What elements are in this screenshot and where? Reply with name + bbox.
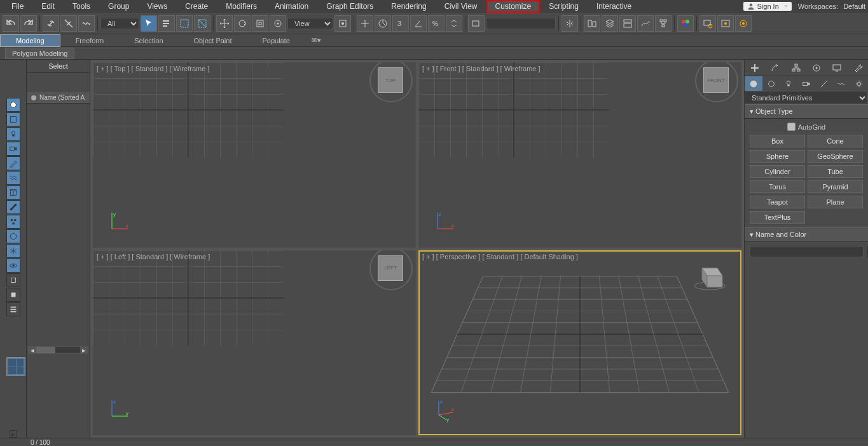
scene-name-column-header[interactable]: Name (Sorted A bbox=[27, 92, 90, 104]
menu-edit[interactable]: Edit bbox=[32, 0, 64, 13]
subtab-geometry[interactable] bbox=[745, 76, 762, 91]
menu-customize[interactable]: Customize bbox=[486, 0, 541, 13]
align-button[interactable] bbox=[584, 15, 600, 32]
rendered-frame-button[interactable] bbox=[717, 15, 734, 32]
ribbon-presets-icon[interactable]: ✉▾ bbox=[305, 34, 327, 46]
rollout-name-color[interactable]: ▾ Name and Color bbox=[745, 227, 868, 242]
ribbon-chip-polygon-modeling[interactable]: Polygon Modeling bbox=[5, 48, 74, 59]
btn-sphere[interactable]: Sphere bbox=[750, 150, 805, 163]
viewport-front[interactable]: [ + ] [ Front ] [ Standard ] [ Wireframe… bbox=[418, 62, 741, 248]
ribbon-tab-selection[interactable]: Selection bbox=[119, 35, 178, 46]
display-shapes-icon[interactable] bbox=[6, 112, 20, 126]
bind-spacewarp-button[interactable] bbox=[78, 15, 95, 32]
render-production-button[interactable] bbox=[735, 15, 752, 32]
ref-coord-combo[interactable]: View bbox=[287, 18, 333, 29]
select-by-name-button[interactable] bbox=[158, 15, 175, 32]
named-selection-input[interactable] bbox=[486, 18, 556, 29]
cmd-tab-hierarchy[interactable] bbox=[786, 60, 806, 76]
move-button[interactable] bbox=[216, 15, 233, 32]
mirror-button[interactable] bbox=[561, 15, 578, 32]
display-bone-icon[interactable] bbox=[6, 200, 20, 214]
viewcube-perspective[interactable] bbox=[691, 255, 729, 294]
scroll-left-icon[interactable]: ◂ bbox=[29, 347, 36, 353]
cmd-tab-modify[interactable] bbox=[765, 60, 785, 76]
btn-box[interactable]: Box bbox=[750, 135, 805, 147]
spinner-snap-button[interactable] bbox=[446, 15, 462, 32]
ribbon-tab-populate[interactable]: Populate bbox=[247, 35, 305, 46]
viewcube-left[interactable]: LEFT bbox=[378, 255, 403, 281]
curve-editor-button[interactable] bbox=[637, 15, 654, 32]
keyboard-shortcut-override-button[interactable] bbox=[375, 15, 391, 32]
btn-teapot[interactable]: Teapot bbox=[750, 196, 805, 208]
autogrid-checkbox[interactable] bbox=[787, 123, 796, 131]
scene-scrollbar[interactable]: ◂ ▸ bbox=[28, 346, 88, 354]
menu-group[interactable]: Group bbox=[99, 0, 138, 13]
object-name-input[interactable] bbox=[750, 246, 864, 257]
angle-snap-button[interactable] bbox=[410, 15, 427, 32]
subtab-lights[interactable] bbox=[780, 76, 797, 91]
menu-modifiers[interactable]: Modifiers bbox=[217, 0, 266, 13]
menu-views[interactable]: Views bbox=[138, 0, 176, 13]
btn-cone[interactable]: Cone bbox=[808, 135, 863, 147]
schematic-view-button[interactable] bbox=[655, 15, 672, 32]
named-selection-sets-button[interactable] bbox=[468, 15, 485, 32]
material-editor-button[interactable] bbox=[677, 15, 694, 32]
viewport-perspective[interactable]: [ + ] [ Perspective ] [ Standard ] [ Def… bbox=[418, 250, 741, 436]
workspaces-value[interactable]: Default bbox=[843, 3, 865, 10]
display-helpers-icon[interactable] bbox=[6, 156, 20, 170]
display-spacewarps-icon[interactable] bbox=[6, 171, 20, 185]
select-window-crossing-button[interactable] bbox=[194, 15, 210, 32]
menu-graph-editors[interactable]: Graph Editors bbox=[317, 0, 382, 13]
viewport-layout-button[interactable] bbox=[6, 357, 25, 376]
expand-icon[interactable]: ▸ bbox=[10, 430, 17, 438]
menu-scripting[interactable]: Scripting bbox=[540, 0, 588, 13]
percent-snap-button[interactable]: % bbox=[428, 15, 444, 32]
category-combo[interactable]: Standard Primitives bbox=[745, 91, 868, 104]
display-none-icon[interactable] bbox=[6, 273, 20, 287]
viewport-front-label[interactable]: [ + ] [ Front ] [ Standard ] [ Wireframe… bbox=[422, 65, 541, 72]
btn-tube[interactable]: Tube bbox=[808, 165, 863, 178]
subtab-shapes[interactable] bbox=[762, 76, 780, 91]
select-object-button[interactable] bbox=[141, 15, 157, 32]
cmd-tab-create[interactable] bbox=[745, 60, 765, 76]
viewport-perspective-label[interactable]: [ + ] [ Perspective ] [ Standard ] [ Def… bbox=[422, 253, 578, 260]
btn-textplus[interactable]: TextPlus bbox=[750, 211, 805, 224]
sign-in-button[interactable]: Sign In bbox=[743, 2, 792, 11]
viewcube-front[interactable]: FRONT bbox=[703, 67, 729, 93]
rollout-object-type[interactable]: ▾ Object Type bbox=[745, 104, 868, 119]
btn-geosphere[interactable]: GeoSphere bbox=[808, 150, 863, 163]
snap-toggle-button[interactable]: 3 bbox=[392, 15, 409, 32]
selection-filter-combo[interactable]: All bbox=[100, 18, 139, 29]
frame-scrub-bar[interactable]: 0 / 100 bbox=[0, 438, 868, 446]
ribbon-tab-modeling[interactable]: Modeling bbox=[0, 34, 60, 47]
undo-button[interactable] bbox=[3, 15, 19, 32]
viewport-left[interactable]: [ + ] [ Left ] [ Standard ] [ Wireframe … bbox=[93, 250, 416, 436]
subtab-spacewarps[interactable] bbox=[833, 76, 851, 91]
pivot-center-button[interactable] bbox=[334, 15, 351, 32]
display-xrefs-icon[interactable] bbox=[6, 229, 20, 243]
cmd-tab-display[interactable] bbox=[827, 60, 847, 76]
unlink-button[interactable] bbox=[60, 15, 77, 32]
display-containers-icon[interactable] bbox=[6, 186, 20, 199]
display-hidden-icon[interactable] bbox=[6, 259, 20, 273]
btn-plane[interactable]: Plane bbox=[808, 196, 863, 208]
display-invert-icon[interactable] bbox=[6, 302, 20, 316]
select-region-rect-button[interactable] bbox=[176, 15, 193, 32]
toggle-ribbon-button[interactable] bbox=[619, 15, 636, 32]
select-place-button[interactable] bbox=[270, 15, 286, 32]
scroll-right-icon[interactable]: ▸ bbox=[80, 347, 88, 353]
viewcube-top[interactable]: TOP bbox=[378, 67, 403, 93]
cmd-tab-motion[interactable] bbox=[806, 60, 827, 76]
display-cameras-icon[interactable] bbox=[6, 142, 20, 156]
display-lights-icon[interactable] bbox=[6, 127, 20, 141]
menu-tools[interactable]: Tools bbox=[64, 0, 99, 13]
btn-torus[interactable]: Torus bbox=[750, 180, 805, 193]
viewport-left-label[interactable]: [ + ] [ Left ] [ Standard ] [ Wireframe … bbox=[97, 253, 210, 260]
menu-animation[interactable]: Animation bbox=[266, 0, 317, 13]
display-groups-icon[interactable] bbox=[6, 215, 20, 229]
btn-cylinder[interactable]: Cylinder bbox=[750, 165, 805, 178]
subtab-helpers[interactable] bbox=[815, 76, 833, 91]
subtab-cameras[interactable] bbox=[797, 76, 815, 91]
cmd-tab-utilities[interactable] bbox=[848, 60, 868, 76]
ribbon-tab-freeform[interactable]: Freeform bbox=[60, 35, 120, 46]
